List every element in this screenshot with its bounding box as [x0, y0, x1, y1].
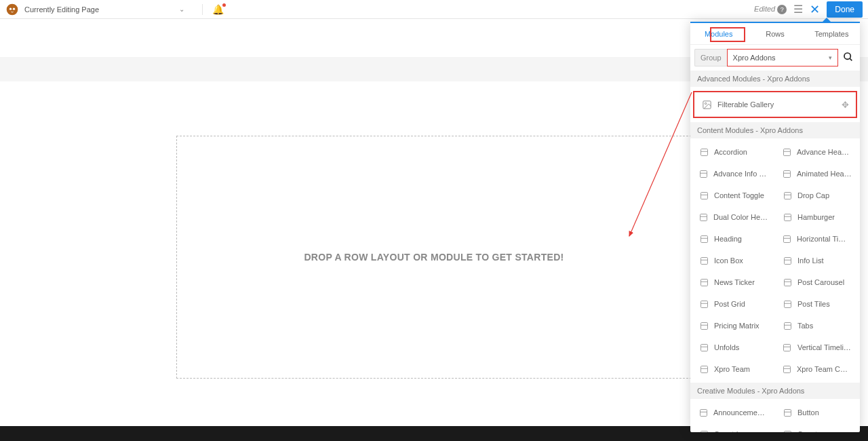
tab-modules[interactable]: Modules — [690, 23, 747, 44]
module-item[interactable]: Content Toggle — [692, 185, 775, 206]
module-label: Drop Cap — [797, 191, 829, 199]
close-panel-icon[interactable]: ✕ — [810, 2, 820, 17]
module-item[interactable]: Animated Heading — [775, 163, 859, 185]
module-icon — [782, 168, 792, 179]
svg-rect-29 — [701, 257, 707, 264]
svg-rect-45 — [701, 344, 707, 351]
module-icon — [698, 342, 709, 353]
svg-rect-39 — [784, 301, 791, 307]
module-label: Animated Heading — [797, 170, 852, 178]
search-icon[interactable] — [841, 52, 856, 64]
module-icon — [782, 190, 793, 201]
module-item[interactable]: Dual Color Headi... — [692, 206, 775, 228]
top-bar: Currently Editing Page ⌄ 🔔 Edited ? ☰ ✕ … — [0, 0, 868, 19]
notifications-button[interactable]: 🔔 — [202, 4, 224, 15]
module-icon — [782, 147, 792, 157]
section-content-header: Content Modules - Xpro Addons — [690, 122, 860, 138]
module-icon — [782, 342, 793, 353]
module-filterable-gallery[interactable]: Filterable Gallery ✥ — [693, 91, 857, 118]
tab-templates[interactable]: Templates — [804, 23, 860, 44]
module-icon — [782, 212, 793, 223]
svg-point-5 — [844, 53, 850, 59]
svg-rect-21 — [701, 214, 707, 220]
module-label: Post Grid — [714, 300, 745, 308]
outline-icon[interactable]: ☰ — [793, 3, 803, 16]
svg-rect-31 — [784, 257, 791, 264]
svg-line-6 — [850, 58, 852, 60]
module-label: Icon Box — [714, 256, 743, 265]
module-item[interactable]: Unfolds — [692, 337, 775, 358]
module-item[interactable]: Drop Cap — [775, 185, 859, 206]
module-icon — [698, 233, 709, 244]
drop-zone[interactable]: DROP A ROW LAYOUT OR MODULE TO GET START… — [176, 136, 692, 379]
svg-rect-27 — [784, 235, 791, 242]
svg-rect-17 — [701, 192, 707, 199]
tab-rows[interactable]: Rows — [747, 23, 803, 44]
svg-rect-43 — [784, 322, 791, 329]
topbar-right: Edited ? ☰ ✕ Done — [754, 1, 863, 18]
module-icon — [698, 168, 709, 179]
module-label: Tabs — [797, 322, 813, 330]
done-button[interactable]: Done — [827, 1, 863, 18]
svg-rect-19 — [784, 192, 791, 199]
module-item[interactable]: Advance Info Box — [692, 163, 775, 185]
group-select-value: Xpro Addons — [733, 54, 776, 62]
module-label: Advance Heading — [797, 148, 852, 156]
module-icon — [698, 190, 709, 201]
module-label: Unfolds — [714, 343, 739, 351]
module-label: Xpro Team — [714, 365, 750, 373]
module-label: Post Carousel — [797, 278, 844, 286]
module-icon — [698, 212, 709, 223]
module-item[interactable]: Vertical Timeline — [775, 337, 859, 358]
module-label: Pricing Matrix — [714, 322, 760, 330]
module-label: Heading — [714, 235, 742, 243]
module-label: Hamburger — [797, 213, 835, 221]
drop-zone-text: DROP A ROW LAYOUT OR MODULE TO GET START… — [304, 252, 564, 263]
module-item[interactable]: Tabs — [775, 315, 859, 337]
group-select[interactable]: Xpro Addons ▾ — [727, 49, 838, 66]
svg-rect-13 — [701, 170, 707, 177]
module-icon — [698, 255, 709, 266]
module-item[interactable]: Icon Box — [692, 250, 775, 271]
module-item[interactable]: Heading — [692, 228, 775, 250]
svg-point-0 — [7, 3, 18, 15]
move-icon: ✥ — [842, 100, 849, 110]
module-icon — [782, 364, 792, 375]
svg-rect-51 — [784, 366, 791, 372]
module-label: Content Toggle — [714, 191, 764, 199]
module-item[interactable]: Post Tiles — [775, 293, 859, 315]
page-dropdown-chevron-icon[interactable]: ⌄ — [179, 5, 184, 13]
module-item[interactable]: Advance Heading — [775, 141, 859, 163]
module-item[interactable]: Hamburger — [775, 206, 859, 228]
help-icon[interactable]: ? — [777, 5, 787, 14]
gallery-icon — [701, 99, 712, 110]
edited-status: Edited ? — [754, 5, 787, 14]
module-item[interactable]: Post Grid — [692, 293, 775, 315]
section-advanced-header: Advanced Modules - Xpro Addons — [690, 71, 860, 87]
module-icon — [698, 147, 709, 157]
svg-rect-9 — [701, 149, 707, 155]
module-icon — [782, 277, 793, 288]
svg-rect-25 — [701, 235, 707, 242]
module-icon — [782, 299, 793, 309]
module-item[interactable]: Pricing Matrix — [692, 315, 775, 337]
module-item[interactable]: News Ticker — [692, 271, 775, 293]
module-label: Horizontal Timeli... — [797, 235, 852, 243]
module-item[interactable]: Accordion — [692, 141, 775, 163]
svg-rect-33 — [701, 279, 707, 286]
svg-point-2 — [13, 7, 15, 9]
module-label: Advance Info Box — [713, 170, 768, 178]
module-item[interactable]: Post Carousel — [775, 271, 859, 293]
module-icon — [698, 320, 709, 331]
module-item[interactable]: Xpro Team Carou... — [775, 358, 859, 380]
module-item[interactable]: Info List — [775, 250, 859, 271]
svg-point-1 — [9, 7, 12, 9]
module-label: Xpro Team Carou... — [797, 365, 852, 373]
module-label: Info List — [797, 256, 824, 265]
group-filter-row: Group Xpro Addons ▾ — [690, 45, 860, 71]
module-label: Dual Color Headi... — [713, 213, 768, 221]
content-modules-grid: AccordionAdvance HeadingAdvance Info Box… — [690, 138, 860, 383]
module-icon — [782, 320, 793, 331]
module-item[interactable]: Horizontal Timeli... — [775, 228, 859, 250]
module-item[interactable]: Xpro Team — [692, 358, 775, 380]
